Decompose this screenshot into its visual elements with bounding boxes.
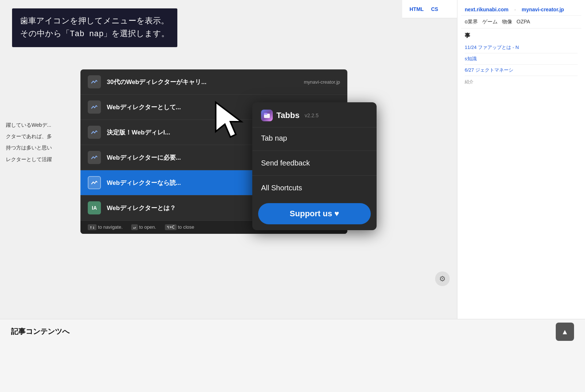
bg-article-text: 躍しているWebデ... クターであれば、多 持つ方は多いと思い レクターとして… — [0, 117, 88, 170]
top-nav-cs-link[interactable]: CS — [431, 6, 438, 12]
tab-icon-5 — [88, 176, 101, 189]
annotation-line-2: その中から「Tab nap」を選択します。 — [20, 28, 169, 41]
domain-sep: · — [514, 7, 516, 12]
tag-industry[interactable]: o業界 — [465, 19, 478, 25]
support-us-button[interactable]: Support us ♥ — [258, 203, 371, 224]
right-top-links: next.rikunabi.com · mynavi-creator.jp — [461, 4, 581, 16]
scroll-to-top-button[interactable]: ▲ — [556, 323, 574, 341]
right-article-2[interactable]: s知識 — [465, 53, 578, 65]
gear-icon-button[interactable]: ⚙ — [435, 271, 450, 286]
annotation-line-1: 歯車アイコンを押してメニューを表示。 — [20, 15, 169, 28]
right-bottom-note: 紹介 — [465, 79, 578, 85]
hint-navigate: ↑↓ to navigate. — [88, 224, 122, 230]
tag-game[interactable]: ゲーム — [482, 19, 498, 25]
tab-title-1: 30代のWebディレクターがキャリ... — [107, 78, 298, 86]
menu-divider-2 — [252, 175, 377, 176]
tag-ozpa[interactable]: OZPA — [517, 19, 530, 25]
gear-icon: ⚙ — [439, 274, 446, 283]
hint-close: ⌥+C to close — [165, 224, 194, 230]
domain-link-1[interactable]: next.rikunabi.com — [465, 7, 509, 12]
tab-domain-1: mynavi-creator.jp — [304, 79, 340, 85]
tab-icon-2 — [88, 100, 101, 114]
tabbs-version: v2.2.5 — [305, 113, 318, 118]
tabbs-menu: Tabbs v2.2.5 Tab nap Send feedback All S… — [252, 102, 377, 230]
tag-image[interactable]: 物像 — [502, 19, 512, 25]
tab-icon-6: IA — [88, 201, 101, 214]
svg-rect-2 — [264, 113, 267, 115]
scroll-top-icon: ▲ — [561, 328, 569, 336]
tabbs-header: Tabbs v2.2.5 — [252, 102, 377, 128]
right-section-title: 事 — [465, 32, 578, 39]
menu-item-all-shortcuts[interactable]: All Shortcuts — [252, 177, 377, 199]
right-article-list: 11/24 ファアップとは - N s知識 6/27 ジェクトマネーシ — [465, 42, 578, 76]
domain-link-2[interactable]: mynavi-creator.jp — [522, 7, 564, 12]
annotation-box: 歯車アイコンを押してメニューを表示。 その中から「Tab nap」を選択します。 — [11, 7, 178, 48]
tab-icon-3 — [88, 126, 101, 139]
right-article-1[interactable]: 11/24 ファアップとは - N — [465, 42, 578, 53]
menu-item-send-feedback[interactable]: Send feedback — [252, 152, 377, 174]
tabbs-logo-icon — [261, 110, 273, 121]
tabbs-app-name: Tabbs — [276, 111, 299, 120]
right-content: 事 11/24 ファアップとは - N s知識 6/27 ジェクトマネーシ 紹介 — [461, 28, 581, 89]
menu-divider-1 — [252, 151, 377, 151]
right-article-3[interactable]: 6/27 ジェクトマネーシ — [465, 65, 578, 76]
tab-item-1[interactable]: 30代のWebディレクターがキャリ... mynavi-creator.jp — [80, 69, 347, 95]
top-nav-html-link[interactable]: HTML — [410, 6, 424, 12]
tab-icon-4 — [88, 151, 101, 164]
tab-icon-1 — [88, 75, 101, 88]
right-tag-row: o業界 ゲーム 物像 OZPA — [461, 16, 581, 28]
bottom-title: 記事コンテンツへ — [11, 327, 574, 336]
hint-open: ↵ to open. — [131, 224, 156, 230]
bottom-section: 記事コンテンツへ — [0, 319, 585, 392]
menu-item-tab-nap[interactable]: Tab nap — [252, 128, 377, 149]
